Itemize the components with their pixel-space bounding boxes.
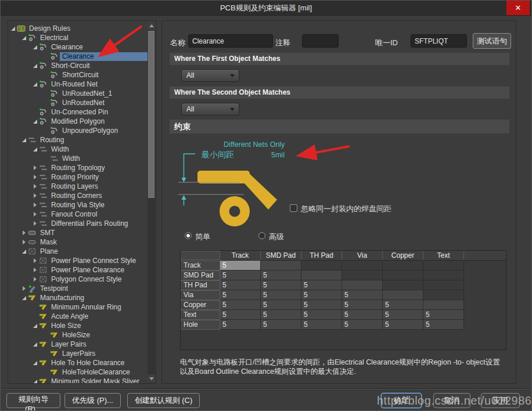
tree-item[interactable]: Fanout Control bbox=[8, 210, 148, 219]
matrix-cell[interactable]: 5 bbox=[220, 290, 261, 300]
tree-item[interactable]: Acute Angle bbox=[8, 312, 148, 321]
expander-closed-icon[interactable] bbox=[33, 202, 39, 208]
expander-open-icon[interactable] bbox=[33, 378, 39, 384]
create-default-rules-button[interactable]: 创建默认规则 (C) bbox=[127, 393, 200, 408]
tree-item[interactable]: Layer Pairs bbox=[8, 340, 148, 349]
unique-id-input[interactable] bbox=[411, 34, 467, 48]
priorities-button[interactable]: 优先级 (P)... bbox=[64, 393, 121, 408]
expander-closed-icon[interactable] bbox=[33, 183, 39, 189]
matrix-cell[interactable]: 5 bbox=[301, 310, 342, 320]
tree-item[interactable]: Width bbox=[8, 145, 148, 154]
expander-closed-icon[interactable] bbox=[33, 221, 39, 226]
matrix-cell[interactable]: 5 bbox=[220, 271, 261, 280]
matrix-cell[interactable] bbox=[342, 271, 383, 280]
tree-item[interactable]: Power Plane Connect Style bbox=[8, 256, 148, 265]
tree-item[interactable]: LayerPairs bbox=[8, 349, 148, 358]
tree-item[interactable]: UnRoutedNet_1 bbox=[8, 89, 148, 98]
matrix-cell[interactable]: 5 bbox=[301, 300, 342, 310]
expander-open-icon[interactable] bbox=[33, 81, 39, 87]
tree-item[interactable]: Hole To Hole Clearance bbox=[8, 358, 148, 367]
expander-open-icon[interactable] bbox=[21, 35, 28, 41]
expander-closed-icon[interactable] bbox=[33, 193, 39, 199]
tree-item[interactable]: Un-Routed Net bbox=[8, 80, 148, 89]
matrix-cell[interactable] bbox=[423, 271, 464, 280]
name-input[interactable] bbox=[188, 34, 273, 48]
expander-closed-icon[interactable] bbox=[33, 211, 39, 217]
expander-closed-icon[interactable] bbox=[33, 267, 39, 273]
tree-item[interactable]: HoleToHoleClearance bbox=[8, 367, 148, 377]
tree-item[interactable]: Routing Corners bbox=[8, 191, 148, 200]
expander-open-icon[interactable] bbox=[33, 118, 39, 124]
tree-item[interactable]: Routing Layers bbox=[8, 182, 148, 191]
matrix-cell[interactable] bbox=[342, 280, 383, 290]
expander-closed-icon[interactable] bbox=[21, 230, 28, 236]
matrix-cell[interactable]: 5 bbox=[342, 290, 383, 300]
matrix-cell[interactable] bbox=[301, 261, 342, 271]
matrix-cell[interactable] bbox=[383, 290, 423, 300]
matrix-cell[interactable] bbox=[383, 261, 423, 271]
matrix-cell[interactable]: 5 bbox=[301, 290, 342, 300]
expander-open-icon[interactable] bbox=[21, 137, 28, 143]
expander-closed-icon[interactable] bbox=[33, 165, 39, 171]
matrix-cell[interactable] bbox=[261, 261, 301, 271]
matrix-cell[interactable]: 5 bbox=[261, 320, 301, 330]
rule-wizard-button[interactable]: 规则向导 (R)... bbox=[6, 393, 60, 408]
tree-item[interactable]: Design Rules bbox=[8, 24, 148, 33]
matrix-cell[interactable]: 5 bbox=[423, 320, 464, 330]
tree-item[interactable]: Un-Connected Pin bbox=[8, 107, 148, 117]
tree-item[interactable]: Minimum Annular Ring bbox=[8, 302, 148, 312]
tree-scrollbar[interactable] bbox=[148, 21, 155, 383]
scroll-thumb[interactable] bbox=[148, 31, 154, 198]
matrix-cell[interactable]: 5 bbox=[261, 280, 301, 290]
comment-input[interactable] bbox=[302, 34, 339, 48]
matrix-cell[interactable]: 5 bbox=[220, 261, 261, 271]
expander-closed-icon[interactable] bbox=[21, 239, 28, 245]
ignore-same-footprint-checkbox[interactable] bbox=[290, 204, 297, 212]
matrix-cell[interactable]: 5 bbox=[342, 320, 383, 330]
tree-item[interactable]: Mask bbox=[8, 237, 148, 247]
tree-item[interactable]: Electrical bbox=[8, 33, 148, 42]
tree-item[interactable]: UnRoutedNet bbox=[8, 98, 148, 107]
matrix-cell[interactable] bbox=[383, 280, 423, 290]
matrix-cell[interactable] bbox=[301, 271, 342, 280]
tree-item[interactable]: Minimum Solder Mask Sliver bbox=[8, 377, 148, 384]
matrix-cell[interactable]: 5 bbox=[261, 290, 301, 300]
matrix-cell[interactable]: 5 bbox=[220, 280, 261, 290]
tree-item[interactable]: Polygon Connect Style bbox=[8, 275, 148, 284]
expander-open-icon[interactable] bbox=[33, 44, 39, 50]
expander-open-icon[interactable] bbox=[33, 341, 39, 347]
expander-closed-icon[interactable] bbox=[33, 258, 39, 264]
tree-item[interactable]: HoleSize bbox=[8, 330, 148, 340]
tree-item[interactable]: SMT bbox=[8, 228, 148, 237]
matrix-cell[interactable]: 5 bbox=[383, 310, 423, 320]
expander-closed-icon[interactable] bbox=[33, 174, 39, 180]
scroll-down-icon[interactable] bbox=[148, 374, 155, 383]
tree-item[interactable]: Modified Polygon bbox=[8, 117, 148, 126]
tree-item[interactable]: Hole Size bbox=[8, 321, 148, 330]
matrix-cell[interactable]: 5 bbox=[342, 300, 383, 310]
matrix-cell[interactable]: 5 bbox=[220, 320, 261, 330]
second-object-dropdown[interactable]: All bbox=[181, 103, 239, 116]
expander-open-icon[interactable] bbox=[21, 248, 28, 254]
test-query-button[interactable]: 测试语句 bbox=[473, 33, 511, 49]
tree-item[interactable]: UnpouredPolygon bbox=[8, 126, 148, 135]
first-object-dropdown[interactable]: All bbox=[181, 69, 239, 82]
matrix-cell[interactable] bbox=[383, 271, 423, 280]
matrix-cell[interactable] bbox=[423, 290, 464, 300]
matrix-cell[interactable] bbox=[423, 261, 464, 271]
tree-item[interactable]: Routing Topology bbox=[8, 163, 148, 172]
matrix-cell[interactable]: 5 bbox=[220, 300, 261, 310]
matrix-cell[interactable] bbox=[423, 280, 464, 290]
matrix-cell[interactable]: 5 bbox=[383, 320, 423, 330]
tree-item[interactable]: Power Plane Clearance bbox=[8, 265, 148, 275]
tree-item[interactable]: Clearance bbox=[8, 52, 148, 61]
tree-item[interactable]: Manufacturing bbox=[8, 293, 148, 302]
tree-item[interactable]: Routing Priority bbox=[8, 172, 148, 182]
matrix-cell[interactable]: 5 bbox=[261, 271, 301, 280]
matrix-cell[interactable]: 5 bbox=[301, 280, 342, 290]
tree-item[interactable]: Plane bbox=[8, 247, 148, 256]
tree-item[interactable]: Width bbox=[8, 154, 148, 163]
expander-open-icon[interactable] bbox=[33, 360, 39, 366]
expander-open-icon[interactable] bbox=[33, 63, 39, 68]
expander-open-icon[interactable] bbox=[33, 323, 39, 329]
